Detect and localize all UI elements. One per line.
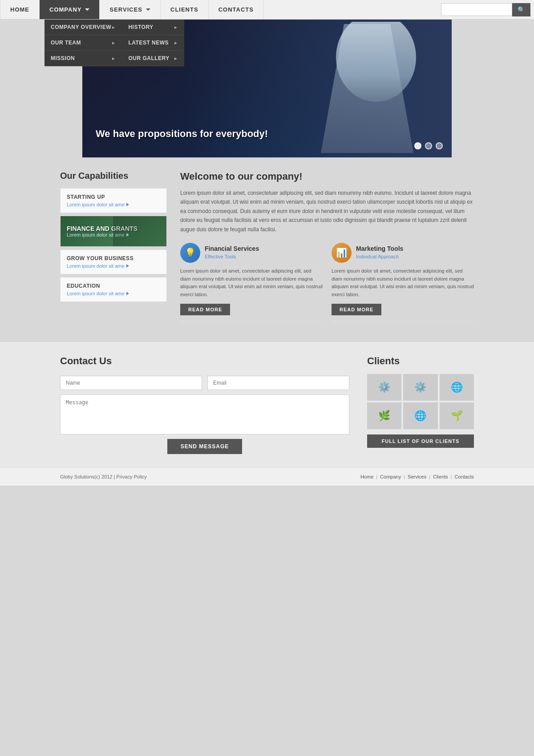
marketing-title: Marketing Tools <box>356 245 403 252</box>
cap-link-education[interactable]: Lorem ipsum dolor sit ame <box>67 291 160 296</box>
clients-grid: ⚙️ ⚙️ 🌐 🌿 🌐 🌱 <box>367 374 474 429</box>
arrow-right-icon <box>126 292 129 295</box>
capabilities-heading: Our Capabilities <box>60 171 167 181</box>
footer-link-clients[interactable]: Clients <box>433 474 448 479</box>
client-logo-6: 🌱 <box>440 402 474 429</box>
dropdown-item-overview[interactable]: COMPANY OVERVIEW ► <box>44 20 122 35</box>
contact-form-row <box>60 376 349 390</box>
welcome-section: Welcome to our company! Lorem ipsum dolo… <box>180 171 474 329</box>
hero-dot-2[interactable] <box>425 142 432 149</box>
arrow-right-icon <box>126 203 129 206</box>
financial-title-block: Financial Services Effective Tools <box>205 245 259 260</box>
cap-item-starting-up: STARTING UP Lorem ipsum dolor sit ame <box>60 188 167 213</box>
marketing-icon: 📊 <box>332 243 352 263</box>
financial-read-more-button[interactable]: READ MORE <box>180 304 230 315</box>
footer-separator: | <box>451 474 452 479</box>
capabilities-section: Our Capabilities STARTING UP Lorem ipsum… <box>60 171 167 329</box>
footer-link-services[interactable]: Services <box>408 474 426 479</box>
cap-item-grow: GROW YOUR BUSINESS Lorem ipsum dolor sit… <box>60 249 167 274</box>
marketing-title-block: Marketing Tools Individual Approach <box>356 245 403 260</box>
arrow-right-icon <box>126 264 129 268</box>
company-dropdown: COMPANY OVERVIEW ► OUR TEAM ► MISSION ► … <box>44 20 184 66</box>
marketing-body: Lorem ipsum dolor sit amet, consectetuer… <box>332 267 474 298</box>
service-marketing: 📊 Marketing Tools Individual Approach Lo… <box>332 243 474 322</box>
footer-link-home[interactable]: Home <box>360 474 373 479</box>
financial-title: Financial Services <box>205 245 259 252</box>
footer-link-company[interactable]: Company <box>380 474 401 479</box>
nav-item-contacts[interactable]: CONTACTS <box>209 0 264 19</box>
dropdown-item-news[interactable]: LATEST NEWS ► <box>122 35 184 51</box>
client-logo-5: 🌐 <box>403 402 437 429</box>
bottom-section: Contact Us SEND MESSAGE Clients ⚙️ ⚙️ 🌐 … <box>0 342 534 467</box>
nav-item-home[interactable]: HOME <box>0 0 40 19</box>
footer-separator: | <box>404 474 405 479</box>
arrow-icon: ► <box>111 25 116 30</box>
search-button[interactable]: 🔍 <box>512 3 530 16</box>
contact-heading: Contact Us <box>60 355 349 367</box>
footer-separator: | <box>429 474 430 479</box>
contact-message-textarea[interactable] <box>60 394 349 434</box>
contact-email-input[interactable] <box>207 376 349 390</box>
cap-bg <box>113 216 166 246</box>
nav-item-company[interactable]: COMPANY <box>40 0 100 19</box>
arrow-icon: ► <box>174 40 178 45</box>
service-financial: 💡 Financial Services Effective Tools Lor… <box>180 243 323 322</box>
dropdown-item-gallery[interactable]: OUR GALLERY ► <box>122 51 184 66</box>
cap-item-finance[interactable]: FINANCE AND GRANTS Lorem ipsum dolor sit… <box>60 216 167 247</box>
hero-dot-1[interactable] <box>414 142 421 149</box>
client-logo-2: ⚙️ <box>403 374 437 401</box>
client-logo-3: 🌐 <box>440 374 474 401</box>
company-chevron-icon <box>85 8 89 11</box>
hero-dots <box>414 142 443 149</box>
footer-separator: | <box>376 474 377 479</box>
contact-name-input[interactable] <box>60 376 202 390</box>
full-list-button[interactable]: FULL LIST OF OUR CLIENTS <box>367 434 474 448</box>
footer-inner: Globy Solutions(c) 2012 | Privacy Policy… <box>60 474 474 479</box>
footer-links: Home | Company | Services | Clients | Co… <box>360 474 474 479</box>
dropdown-item-history[interactable]: HISTORY ► <box>122 20 184 35</box>
clients-heading: Clients <box>367 355 474 367</box>
cap-item-education: EDUCATION Lorem ipsum dolor sit ame <box>60 277 167 302</box>
financial-icon: 💡 <box>180 243 200 263</box>
contact-section: Contact Us SEND MESSAGE <box>60 355 349 454</box>
search-bar: 🔍 <box>437 0 534 19</box>
arrow-icon: ► <box>174 56 178 61</box>
welcome-body: Lorem ipsum dolor sit amet, consectetuer… <box>180 189 474 234</box>
search-input[interactable] <box>441 3 512 16</box>
send-message-button[interactable]: SEND MESSAGE <box>167 439 243 454</box>
services-grid: 💡 Financial Services Effective Tools Lor… <box>180 243 474 322</box>
marketing-read-more-button[interactable]: READ MORE <box>332 304 381 315</box>
dropdown-col-2: HISTORY ► LATEST NEWS ► OUR GALLERY ► <box>122 20 184 66</box>
cap-link-starting-up[interactable]: Lorem ipsum dolor sit ame <box>67 202 160 207</box>
hero-text: We have propositions for everybody! <box>96 128 268 140</box>
footer: Globy Solutions(c) 2012 | Privacy Policy… <box>0 467 534 486</box>
financial-body: Lorem ipsum dolor sit amet, consectetuer… <box>180 267 323 298</box>
dropdown-item-mission[interactable]: MISSION ► <box>44 51 122 66</box>
arrow-icon: ► <box>174 25 178 30</box>
dropdown-col-1: COMPANY OVERVIEW ► OUR TEAM ► MISSION ► <box>44 20 122 66</box>
main-content: Our Capabilities STARTING UP Lorem ipsum… <box>60 157 474 342</box>
footer-copyright: Globy Solutions(c) 2012 | Privacy Policy <box>60 474 147 479</box>
nav-item-services[interactable]: SERVICES <box>100 0 161 19</box>
client-logo-4: 🌿 <box>367 402 401 429</box>
arrow-icon: ► <box>111 56 116 61</box>
bottom-inner: Contact Us SEND MESSAGE Clients ⚙️ ⚙️ 🌐 … <box>60 355 474 454</box>
service-financial-header: 💡 Financial Services Effective Tools <box>180 243 323 263</box>
clients-section: Clients ⚙️ ⚙️ 🌐 🌿 🌐 🌱 FULL LIST OF OUR C… <box>367 355 474 454</box>
main-nav: HOME COMPANY SERVICES CLIENTS CONTACTS 🔍 <box>0 0 534 20</box>
financial-subtitle: Effective Tools <box>205 254 236 259</box>
dropdown-item-team[interactable]: OUR TEAM ► <box>44 35 122 51</box>
service-marketing-header: 📊 Marketing Tools Individual Approach <box>332 243 474 263</box>
welcome-heading: Welcome to our company! <box>180 171 474 182</box>
footer-link-contacts[interactable]: Contacts <box>455 474 474 479</box>
cap-link-grow[interactable]: Lorem ipsum dolor sit ame <box>67 263 160 269</box>
services-chevron-icon <box>146 8 150 11</box>
client-logo-1: ⚙️ <box>367 374 401 401</box>
arrow-icon: ► <box>111 40 116 45</box>
nav-item-clients[interactable]: CLIENTS <box>161 0 209 19</box>
marketing-subtitle: Individual Approach <box>356 254 399 259</box>
hero-dot-3[interactable] <box>436 142 443 149</box>
